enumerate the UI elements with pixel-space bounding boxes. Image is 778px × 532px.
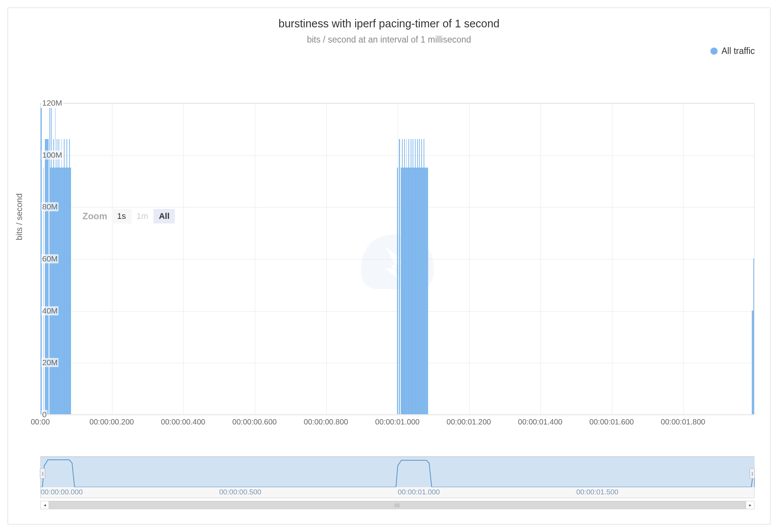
- data-bar[interactable]: [419, 139, 420, 414]
- navigator-series: [41, 457, 755, 487]
- y-tick-label: 60M: [41, 254, 59, 263]
- data-bar[interactable]: [406, 139, 407, 414]
- x-tick-label: 00:00:01.400: [518, 418, 563, 426]
- data-bar[interactable]: [424, 139, 424, 414]
- zoom-1m-button: 1m: [131, 209, 154, 223]
- y-tick-label: 40M: [41, 306, 59, 315]
- y-axis-title: bits / second: [14, 193, 24, 241]
- navigator-tick-label: 00:00:01.500: [576, 488, 618, 496]
- zoom-1s-button[interactable]: 1s: [112, 209, 131, 223]
- navigator-handle-right[interactable]: ‖: [750, 468, 755, 479]
- y-axis-labels: 020M40M60M80M100M120M: [40, 103, 63, 415]
- chart-title: burstiness with iperf pacing-timer of 1 …: [8, 17, 770, 30]
- x-axis-labels: 00:0000:00:00.20000:00:00.40000:00:00.60…: [40, 418, 754, 429]
- data-bar[interactable]: [413, 139, 413, 414]
- data-bar[interactable]: [753, 258, 754, 414]
- x-tick-label: 00:00:01.000: [375, 418, 420, 426]
- y-tick-label: 20M: [41, 358, 59, 367]
- navigator-tick-label: 00:00:00.000: [41, 488, 83, 496]
- data-bar[interactable]: [411, 139, 411, 414]
- scroll-left-arrow-icon[interactable]: ◂: [41, 501, 49, 509]
- y-tick-label: 100M: [41, 150, 63, 160]
- scroll-grip-icon: |||: [395, 503, 400, 507]
- data-bar[interactable]: [69, 139, 70, 414]
- plot-area[interactable]: Zoom 1s 1m All: [40, 103, 754, 415]
- x-tick-label: 00:00:01.600: [590, 418, 634, 426]
- x-tick-label: 00:00:00.400: [161, 418, 206, 426]
- chart-subtitle: bits / second at an interval of 1 millis…: [8, 35, 770, 45]
- data-bar[interactable]: [64, 139, 65, 414]
- data-bar[interactable]: [421, 139, 422, 414]
- data-bar[interactable]: [408, 139, 409, 414]
- navigator-scrollbar[interactable]: ◂ ||| ▸: [40, 501, 754, 509]
- navigator-handle-left[interactable]: ‖: [40, 468, 45, 479]
- data-bar[interactable]: [412, 201, 413, 414]
- legend-dot-icon: [710, 48, 718, 55]
- data-bar[interactable]: [66, 139, 67, 414]
- x-tick-label: 00:00:01.200: [447, 418, 491, 426]
- data-bar[interactable]: [415, 139, 416, 414]
- zoom-label: Zoom: [82, 211, 107, 222]
- legend-label: All traffic: [721, 46, 755, 56]
- data-bar[interactable]: [399, 139, 400, 414]
- x-tick-label: 00:00:01.800: [661, 418, 705, 426]
- scroll-track[interactable]: |||: [49, 501, 746, 509]
- data-bar[interactable]: [404, 139, 405, 414]
- x-tick-label: 00:00: [31, 418, 50, 426]
- chart-container: burstiness with iperf pacing-timer of 1 …: [8, 8, 770, 524]
- navigator[interactable]: ‖ ‖ 00:00:00.00000:00:00.50000:00:01.000…: [40, 456, 754, 498]
- zoom-all-button[interactable]: All: [153, 209, 175, 223]
- navigator-tick-label: 00:00:00.500: [219, 488, 261, 496]
- data-bar[interactable]: [402, 139, 403, 414]
- y-tick-label: 80M: [41, 202, 59, 211]
- navigator-tick-label: 00:00:01.000: [398, 488, 440, 496]
- scroll-right-arrow-icon[interactable]: ▸: [746, 501, 754, 509]
- zoom-controls: Zoom 1s 1m All: [82, 209, 175, 223]
- x-tick-label: 00:00:00.600: [232, 418, 277, 426]
- data-bar[interactable]: [397, 168, 398, 414]
- x-tick-label: 00:00:00.800: [304, 418, 348, 426]
- y-tick-label: 120M: [41, 98, 63, 108]
- x-tick-label: 00:00:00.200: [90, 418, 134, 426]
- legend-item[interactable]: All traffic: [710, 46, 755, 56]
- chart-bars: [41, 103, 754, 414]
- data-bar[interactable]: [417, 139, 418, 414]
